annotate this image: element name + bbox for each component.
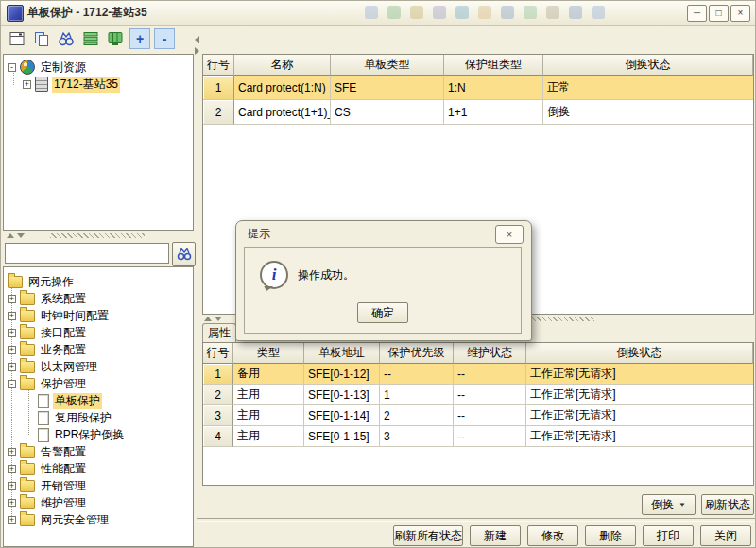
- tree-item-performance-config[interactable]: +性能配置: [8, 460, 191, 477]
- dialog-close-button[interactable]: ×: [495, 225, 524, 244]
- modify-button[interactable]: 修改: [527, 525, 578, 546]
- cell-switch-status: 工作正常[无请求]: [526, 426, 753, 447]
- expand-icon[interactable]: +: [8, 312, 16, 320]
- tree-item-system-config[interactable]: +系统配置: [8, 290, 191, 307]
- expand-icon[interactable]: +: [8, 295, 16, 303]
- column-header[interactable]: 单板类型: [331, 55, 444, 76]
- print-button[interactable]: 打印: [643, 525, 694, 546]
- collapse-icon[interactable]: -: [8, 380, 16, 388]
- footer-buttons: 刷新所有状态 新建 修改 删除 打印 关闭: [202, 525, 754, 546]
- footer-divider: [197, 518, 756, 522]
- table-row[interactable]: 1 Card protect(1:N)_1 SFE 1:N 正常: [203, 76, 753, 100]
- table-row[interactable]: 1 备用 SFE[0-1-12] -- -- 工作正常[无请求]: [203, 364, 753, 385]
- button-label: 打印: [657, 528, 679, 544]
- cell-type: 备用: [233, 364, 304, 385]
- delete-button[interactable]: 删除: [585, 525, 636, 546]
- folder-icon: [20, 378, 35, 390]
- row-number: 4: [203, 426, 233, 447]
- properties-panel: 行号 类型 单板地址 保护优先级 维护状态 倒换状态 1 备用 SFE[0-1-…: [202, 342, 754, 486]
- cell-name: Card protect(1:N)_1: [234, 76, 331, 100]
- tree-item-clock-time-config[interactable]: +时钟时间配置: [8, 307, 191, 324]
- toolbar: + -: [7, 28, 175, 49]
- column-header[interactable]: 维护状态: [454, 343, 526, 364]
- table-row[interactable]: 3 主用 SFE[0-1-14] 2 -- 工作正常[无请求]: [203, 405, 753, 426]
- binoculars-icon[interactable]: [56, 28, 77, 49]
- window-title: 单板保护 - 1712-基站35: [27, 1, 147, 25]
- ok-button[interactable]: 确定: [357, 302, 408, 323]
- board-map-icon[interactable]: [105, 28, 126, 49]
- protect-group-table: 行号 名称 单板类型 保护组类型 倒换状态 1 Card protect(1:N…: [203, 55, 753, 125]
- board-view-icon[interactable]: [7, 28, 27, 49]
- tree-item-ne-security-mgmt[interactable]: +网元安全管理: [8, 511, 191, 528]
- cell-priority: 1: [380, 385, 454, 405]
- expand-icon[interactable]: +: [8, 448, 16, 456]
- close-button[interactable]: ×: [730, 5, 750, 22]
- cell-board-address: SFE[0-1-15]: [304, 426, 380, 447]
- close-window-button[interactable]: 关闭: [700, 525, 751, 546]
- expand-icon[interactable]: +: [8, 499, 16, 507]
- new-button[interactable]: 新建: [470, 525, 521, 546]
- button-label: 刷新所有状态: [394, 528, 462, 544]
- panel-splitter-arrows[interactable]: [195, 36, 199, 55]
- collapse-icon[interactable]: -: [8, 63, 16, 72]
- column-header[interactable]: 保护优先级: [380, 343, 454, 364]
- cell-group-type: 1+1: [444, 100, 543, 125]
- tree-item-protection-mgmt[interactable]: -保护管理: [8, 375, 191, 392]
- tree-item-service-config[interactable]: +业务配置: [8, 341, 191, 358]
- column-header[interactable]: 名称: [234, 55, 331, 76]
- search-button[interactable]: [172, 242, 196, 266]
- expand-icon[interactable]: +: [8, 346, 16, 354]
- expand-icon[interactable]: +: [23, 80, 31, 89]
- column-header[interactable]: 行号: [203, 343, 233, 364]
- tree-item-multiplex-section-protection[interactable]: 复用段保护: [38, 409, 191, 426]
- tree-item-rpr-protection-switch[interactable]: RPR保护倒换: [38, 426, 191, 443]
- table-row[interactable]: 2 Card protect(1+1)_68096 CS 1+1 倒换: [203, 100, 753, 125]
- tree-item-overhead-mgmt[interactable]: +开销管理: [8, 477, 191, 494]
- maximize-button[interactable]: □: [709, 5, 729, 22]
- expand-icon[interactable]: +: [8, 329, 16, 337]
- copy-icon[interactable]: [31, 28, 52, 49]
- column-header[interactable]: 倒换状态: [526, 343, 753, 364]
- column-header[interactable]: 行号: [203, 55, 234, 76]
- tab-properties[interactable]: 属性: [202, 323, 236, 342]
- column-header[interactable]: 保护组类型: [444, 55, 543, 76]
- tree-item-ne-operations[interactable]: 网元操作: [8, 273, 191, 290]
- left-splitter[interactable]: [3, 231, 194, 241]
- file-icon: [38, 428, 49, 442]
- refresh-status-button[interactable]: 刷新状态: [701, 494, 754, 515]
- column-header[interactable]: 单板地址: [304, 343, 380, 364]
- folder-icon: [20, 497, 35, 509]
- switch-button[interactable]: 倒换 ▼: [642, 494, 696, 515]
- expand-all-icon[interactable]: +: [129, 28, 150, 49]
- tree-item-board-protection[interactable]: 单板保护: [38, 392, 191, 409]
- tree-item-ethernet-mgmt[interactable]: +以太网管理: [8, 358, 191, 375]
- cell-maint-status: --: [454, 426, 526, 447]
- row-number: 1: [203, 364, 233, 385]
- cell-type: 主用: [233, 385, 304, 405]
- search-input[interactable]: [5, 243, 169, 264]
- dropdown-arrow-icon: ▼: [679, 501, 686, 509]
- tree-item-alarm-config[interactable]: +告警配置: [8, 443, 191, 460]
- table-row[interactable]: 2 主用 SFE[0-1-13] 1 -- 工作正常[无请求]: [203, 385, 753, 405]
- refresh-all-status-button[interactable]: 刷新所有状态: [393, 525, 463, 546]
- expand-icon[interactable]: +: [8, 363, 16, 371]
- tree-item-custom-resources[interactable]: - 定制资源: [8, 59, 191, 76]
- row-number: 2: [203, 100, 234, 125]
- column-header[interactable]: 倒换状态: [543, 55, 753, 76]
- tree-item-maintenance-mgmt[interactable]: +维护管理: [8, 494, 191, 511]
- tree-item-interface-config[interactable]: +接口配置: [8, 324, 191, 341]
- cell-board-address: SFE[0-1-13]: [304, 385, 380, 405]
- column-header[interactable]: 类型: [233, 343, 304, 364]
- minimize-button[interactable]: ─: [687, 5, 707, 22]
- station-icon: [35, 77, 48, 92]
- tree-item-station[interactable]: + 1712-基站35: [23, 76, 191, 93]
- title-bar: 单板保护 - 1712-基站35 ─ □ ×: [1, 1, 755, 26]
- collapse-all-icon[interactable]: -: [154, 28, 175, 49]
- cell-maint-status: --: [454, 364, 526, 385]
- expand-icon[interactable]: +: [8, 482, 16, 490]
- expand-icon[interactable]: +: [8, 465, 16, 473]
- expand-icon[interactable]: +: [8, 516, 16, 524]
- cell-type: 主用: [233, 426, 304, 447]
- legend-list-icon[interactable]: [80, 28, 101, 49]
- table-row[interactable]: 4 主用 SFE[0-1-15] 3 -- 工作正常[无请求]: [203, 426, 753, 447]
